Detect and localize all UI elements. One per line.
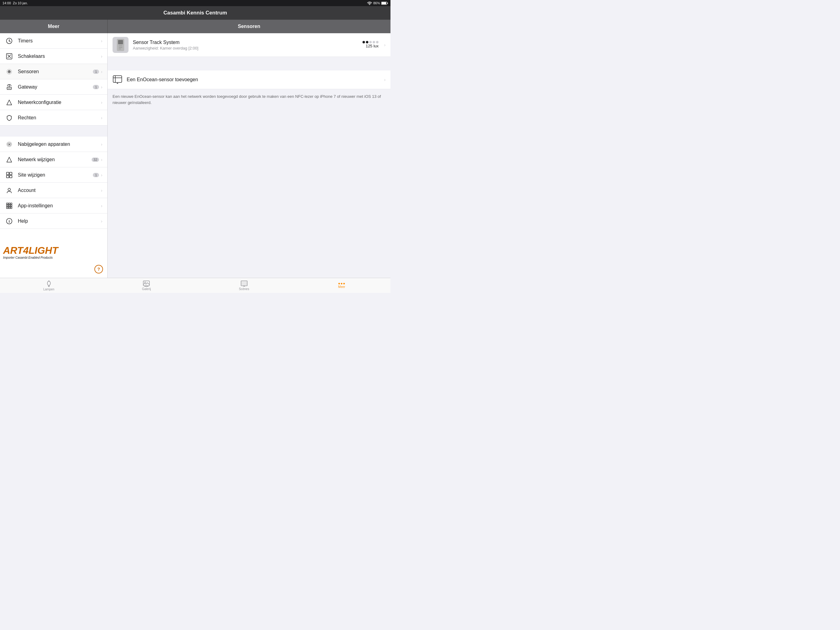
- svg-point-17: [10, 88, 11, 89]
- dot-2: [366, 41, 368, 43]
- sidebar-item-site-wijzigen[interactable]: Site wijzigen 1 ›: [0, 167, 107, 183]
- svg-point-21: [9, 144, 10, 145]
- site-wijzigen-label: Site wijzigen: [18, 172, 93, 178]
- site-wijzigen-chevron: ›: [101, 173, 103, 177]
- main-layout: Timers › Schakelaars › Sensoren 1 › Gate…: [0, 33, 390, 278]
- svg-rect-26: [9, 175, 12, 178]
- gateway-badge: 1: [93, 85, 99, 89]
- tab-scenes[interactable]: Scènes: [195, 278, 293, 293]
- svg-rect-28: [6, 203, 8, 204]
- sidebar-item-netwerkconfiguratie[interactable]: Netwerkconfiguratie ›: [0, 95, 107, 110]
- account-label: Account: [18, 188, 101, 193]
- rechten-chevron: ›: [101, 116, 103, 120]
- sensor-value-area: 125 lux ›: [363, 41, 385, 49]
- status-indicators: 86%: [367, 1, 388, 5]
- help-circle-button[interactable]: ?: [95, 265, 103, 274]
- sidebar-item-help[interactable]: i Help ›: [0, 214, 107, 229]
- svg-rect-31: [6, 205, 8, 206]
- menu-separator-1: [0, 125, 107, 136]
- account-chevron: ›: [101, 188, 103, 193]
- sidebar-item-rechten[interactable]: Rechten ›: [0, 110, 107, 125]
- app-instellingen-label: App-instellingen: [18, 203, 101, 209]
- gateway-label: Gateway: [18, 84, 93, 90]
- tab-galerij-label: Galerij: [142, 287, 151, 291]
- right-panel-header: Sensoren: [107, 20, 390, 33]
- netwerk-wijzigen-badge: 32: [92, 157, 99, 162]
- svg-point-51: [145, 282, 146, 283]
- dot-3: [369, 41, 372, 43]
- antenna-icon: [5, 155, 14, 164]
- sensor-device-image: [114, 38, 127, 52]
- gateway-icon: [5, 83, 14, 91]
- sidebar-item-timers[interactable]: Timers ›: [0, 33, 107, 49]
- svg-text:i: i: [9, 219, 9, 224]
- sidebar-item-netwerk-wijzigen[interactable]: Netwerk wijzigen 32 ›: [0, 152, 107, 167]
- netwerkconfiguratie-label: Netwerkconfiguratie: [18, 100, 101, 105]
- sidebar-item-account[interactable]: Account ›: [0, 183, 107, 198]
- add-enocean-chevron: ›: [384, 77, 385, 82]
- grid-icon: [5, 171, 14, 179]
- radar-icon: [5, 140, 14, 149]
- svg-rect-24: [9, 172, 12, 175]
- enocean-sensor-icon: [113, 75, 122, 84]
- sensor-card[interactable]: Sensor Track System Aanwezigheid: Kamer …: [107, 33, 390, 57]
- svg-rect-29: [9, 203, 10, 204]
- netwerkconfiguratie-chevron: ›: [101, 100, 103, 105]
- sensor-description: Aanwezigheid: Kamer overdag [2:00]: [133, 46, 363, 51]
- svg-rect-50: [143, 281, 149, 286]
- tab-meer[interactable]: Meer: [293, 278, 391, 293]
- svg-rect-35: [9, 207, 10, 209]
- dot-4: [373, 41, 375, 43]
- netwerk-wijzigen-label: Netwerk wijzigen: [18, 157, 92, 162]
- sidebar-item-app-instellingen[interactable]: App-instellingen ›: [0, 198, 107, 214]
- network-icon: [5, 98, 14, 107]
- status-time-date: 14:00 Zo 10 jan.: [2, 1, 28, 5]
- svg-marker-22: [7, 157, 12, 162]
- sensor-chevron: ›: [384, 43, 385, 47]
- lamp-icon: [46, 280, 52, 287]
- svg-point-59: [343, 283, 345, 284]
- app-title: Casambi Kennis Centrum: [164, 10, 227, 16]
- dot-1: [363, 41, 365, 43]
- svg-point-16: [9, 88, 9, 89]
- column-headers: Meer Sensoren: [0, 20, 390, 33]
- svg-rect-23: [6, 172, 9, 175]
- sidebar-header: Meer: [0, 20, 107, 33]
- svg-point-7: [9, 40, 10, 41]
- info-icon: i: [5, 217, 14, 225]
- svg-rect-30: [11, 203, 12, 204]
- sidebar-item-gateway[interactable]: Gateway 1 ›: [0, 79, 107, 95]
- tab-scenes-label: Scènes: [239, 287, 249, 291]
- person-icon: [5, 186, 14, 195]
- tab-bar: Lampen Galerij Scènes Meer: [0, 278, 390, 293]
- dot-5: [376, 41, 379, 43]
- svg-rect-41: [119, 46, 122, 46]
- nabijgelegen-chevron: ›: [101, 142, 103, 147]
- tab-lampen[interactable]: Lampen: [0, 278, 98, 293]
- sidebar-item-schakelaars[interactable]: Schakelaars ›: [0, 49, 107, 64]
- sensor-dots: [363, 41, 379, 43]
- svg-rect-25: [6, 175, 9, 178]
- gallery-icon: [143, 280, 150, 287]
- schakelaars-label: Schakelaars: [18, 54, 101, 59]
- add-enocean-row[interactable]: Een EnOcean-sensor toevoegen ›: [107, 70, 390, 89]
- status-bar: 14:00 Zo 10 jan. 86%: [0, 0, 390, 6]
- sidebar-item-sensoren[interactable]: Sensoren 1 ›: [0, 64, 107, 79]
- help-label: Help: [18, 218, 101, 224]
- svg-rect-36: [11, 207, 12, 209]
- sensor-icon: [5, 67, 14, 76]
- svg-point-13: [9, 71, 10, 72]
- help-chevron: ›: [101, 219, 103, 224]
- app-header: Casambi Kennis Centrum: [0, 6, 390, 20]
- sidebar-item-nabijgelegen[interactable]: Nabijgelegen apparaten ›: [0, 136, 107, 152]
- enocean-description: Een nieuwe EnOcean-sensor kan aan het ne…: [107, 89, 390, 110]
- svg-point-57: [338, 283, 340, 284]
- switch-icon: [5, 52, 14, 60]
- tab-galerij[interactable]: Galerij: [98, 278, 196, 293]
- watermark-sub: Importer Casambi Enabled Products: [3, 256, 58, 259]
- svg-rect-43: [119, 49, 121, 49]
- shield-icon: [5, 114, 14, 122]
- more-icon: [338, 283, 345, 285]
- watermark-logo: ART4LIGHT: [3, 245, 58, 255]
- sensor-image: [112, 37, 128, 53]
